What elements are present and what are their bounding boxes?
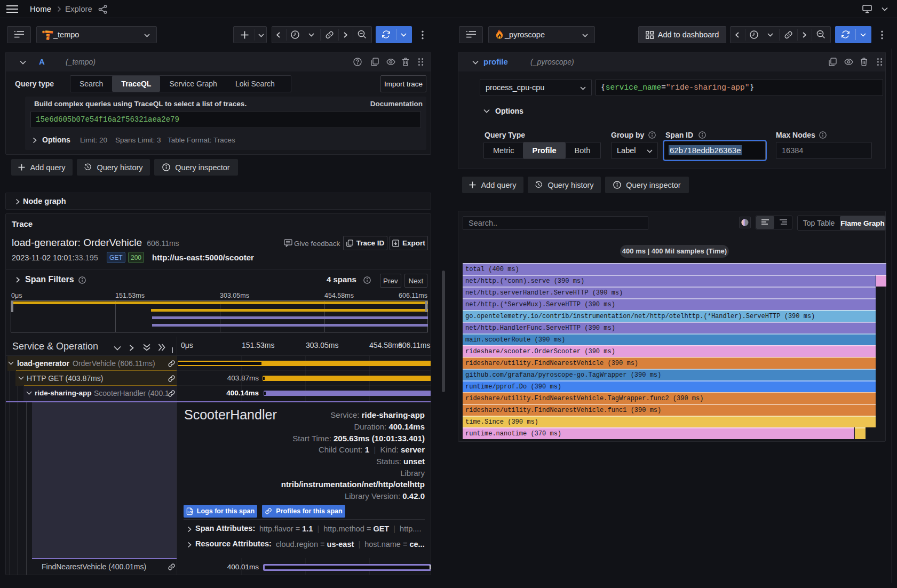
svg-text:LOG: LOG [188, 511, 193, 514]
